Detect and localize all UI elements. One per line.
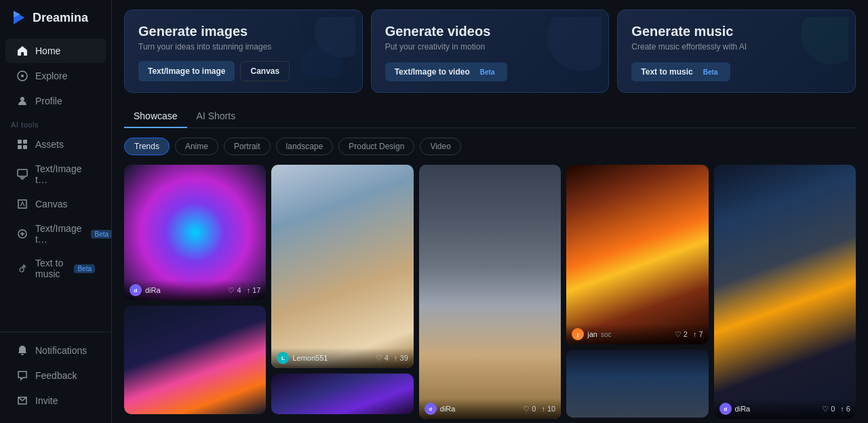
svg-rect-9 xyxy=(18,169,27,176)
filter-trends[interactable]: Trends xyxy=(124,138,170,155)
text-image-to-video-button[interactable]: Text/Image to video Beta xyxy=(385,62,508,81)
sidebar-item-notifications[interactable]: Notifications xyxy=(5,338,106,363)
gallery-col-4: j jan soc ♡ 2 ↑ 7 xyxy=(566,165,708,419)
gallery-likes-eye: ♡ 4 xyxy=(228,286,241,295)
app-name: Dreamina xyxy=(33,11,88,25)
hero-images-subtitle: Turn your ideas into stunning images xyxy=(138,42,349,52)
gallery-avatar-dira-3: d xyxy=(719,403,732,415)
gallery-item-mountain[interactable]: d diRa ♡ 0 ↑ 10 xyxy=(419,165,561,419)
svg-point-4 xyxy=(20,97,24,101)
gallery-user-dira-3: d diRa xyxy=(719,403,751,415)
sidebar-label-invite: Invite xyxy=(35,395,58,406)
sidebar-item-assets[interactable]: Assets xyxy=(5,132,106,157)
filter-anime[interactable]: Anime xyxy=(175,138,218,155)
sidebar-label-canvas: Canvas xyxy=(35,199,67,209)
text-image-to-video-label: Text/Image to video xyxy=(395,67,470,77)
sidebar-item-texttomusic[interactable]: Text to music Beta xyxy=(5,251,106,285)
gallery-stats-cat: ♡ 0 ↑ 6 xyxy=(822,405,850,414)
gallery-col-3: d diRa ♡ 0 ↑ 10 xyxy=(419,165,561,419)
gallery-likes-mountain: ♡ 0 xyxy=(523,405,536,414)
filter-product-design[interactable]: Product Design xyxy=(338,138,414,155)
sidebar-item-textimage-beta[interactable]: Text/Image t… Beta xyxy=(5,217,106,251)
sidebar-item-explore[interactable]: Explore xyxy=(5,64,106,88)
gallery-likes-halloween: ♡ 2 xyxy=(675,330,688,339)
sidebar-label-textimage: Text/Image t… xyxy=(35,163,95,185)
dreamina-logo-icon xyxy=(11,9,27,26)
text-to-music-button[interactable]: Text to music Beta xyxy=(631,62,730,81)
sidebar-item-home[interactable]: Home xyxy=(5,39,106,63)
logo[interactable]: Dreamina xyxy=(0,9,111,38)
textimage-icon xyxy=(16,168,28,180)
music-beta-badge: Beta xyxy=(700,68,722,77)
gallery-stats-mountain: ♡ 0 ↑ 10 xyxy=(523,405,555,414)
gallery-boosts-robot: ↑ 39 xyxy=(394,354,408,362)
gallery-boosts-cat: ↑ 6 xyxy=(840,405,850,413)
svg-point-3 xyxy=(21,75,24,77)
ai-tools-label: AI tools xyxy=(0,114,111,132)
filter-video[interactable]: Video xyxy=(420,138,460,155)
gallery-col-2: L Lemon551 ♡ 4 ↑ 39 xyxy=(271,165,413,419)
filter-portrait[interactable]: Portrait xyxy=(224,138,271,155)
music-icon xyxy=(16,262,28,275)
sidebar-item-profile[interactable]: Profile xyxy=(5,89,106,113)
canvas-button[interactable]: Canvas xyxy=(240,61,290,81)
filter-pills: Trends Anime Portrait landscape Product … xyxy=(124,138,856,155)
sidebar: Dreamina Home Explore Profile AI tools xyxy=(0,0,112,423)
gallery-item-halloween[interactable]: j jan soc ♡ 2 ↑ 7 xyxy=(566,165,708,344)
beta-badge-2: Beta xyxy=(74,264,95,273)
tab-showcase[interactable]: Showcase xyxy=(124,105,187,128)
gallery-item-eye[interactable]: d diRa ♡ 4 ↑ 17 xyxy=(124,165,266,300)
svg-rect-6 xyxy=(23,140,27,144)
text-image-to-image-button[interactable]: Text/Image to image xyxy=(138,61,235,81)
canvas-icon xyxy=(16,198,28,210)
sidebar-item-textimage[interactable]: Text/Image t… xyxy=(5,157,106,191)
sidebar-item-invite[interactable]: Invite xyxy=(5,388,106,413)
nav-bottom-section: Notifications Feedback Invite xyxy=(0,331,111,414)
hero-videos-actions: Text/Image to video Beta xyxy=(385,62,595,81)
gallery-footer-cat: d diRa ♡ 0 ↑ 6 xyxy=(714,399,856,419)
hero-images-title: Generate images xyxy=(138,24,349,39)
nav-main-section: Home Explore Profile AI tools Assets T xyxy=(0,38,111,331)
gallery-footer-halloween: j jan soc ♡ 2 ↑ 7 xyxy=(566,324,708,344)
beta-badge-1: Beta xyxy=(91,230,112,239)
text-to-music-label: Text to music xyxy=(641,67,692,77)
tab-ai-shorts[interactable]: AI Shorts xyxy=(187,105,245,128)
sidebar-label-home: Home xyxy=(35,45,60,56)
svg-rect-5 xyxy=(18,140,22,144)
filter-landscape[interactable]: landscape xyxy=(276,138,334,155)
sidebar-label-notifications: Notifications xyxy=(35,345,87,356)
gallery-likes-robot: ♡ 4 xyxy=(376,354,389,363)
bell-icon xyxy=(16,344,28,357)
sidebar-label-explore: Explore xyxy=(35,70,67,81)
gallery-item-monster[interactable] xyxy=(124,306,266,414)
gallery-col-1: d diRa ♡ 4 ↑ 17 xyxy=(124,165,266,419)
sidebar-label-assets: Assets xyxy=(35,139,64,150)
gallery-user-dira-2: d diRa xyxy=(425,403,456,415)
gallery-item-cityblue[interactable] xyxy=(566,350,708,418)
gallery-boosts-mountain: ↑ 10 xyxy=(541,405,555,413)
sidebar-label-texttomusic: Text to music xyxy=(35,258,64,279)
sidebar-label-profile: Profile xyxy=(35,96,62,106)
gallery-avatar-jan: j xyxy=(572,328,584,340)
hero-videos-title: Generate videos xyxy=(385,24,595,39)
feedback-icon xyxy=(16,369,28,382)
gallery-stats-eye: ♡ 4 ↑ 17 xyxy=(228,286,260,295)
gallery-col-5: d diRa ♡ 0 ↑ 6 xyxy=(714,165,856,419)
svg-rect-8 xyxy=(23,145,27,149)
home-icon xyxy=(16,45,28,57)
gallery-username-lemon: Lemon551 xyxy=(292,354,328,362)
hero-card-music: Generate music Create music effortlessly… xyxy=(617,9,856,93)
gallery-item-robot[interactable]: L Lemon551 ♡ 4 ↑ 39 xyxy=(271,165,413,368)
gallery-item-cat[interactable]: d diRa ♡ 0 ↑ 6 xyxy=(714,165,856,419)
hero-images-actions: Text/Image to image Canvas xyxy=(138,61,349,81)
hero-card-images: Generate images Turn your ideas into stu… xyxy=(124,9,363,93)
sidebar-item-feedback[interactable]: Feedback xyxy=(5,363,106,388)
gallery-footer-robot: L Lemon551 ♡ 4 ↑ 39 xyxy=(271,348,413,368)
content-tabs: Showcase AI Shorts xyxy=(124,105,856,128)
video-beta-badge: Beta xyxy=(477,68,498,77)
hero-videos-subtitle: Put your creativity in motion xyxy=(385,42,595,52)
gallery-username-dira-3: diRa xyxy=(735,405,751,413)
hero-card-videos: Generate videos Put your creativity in m… xyxy=(371,9,610,93)
sidebar-item-canvas[interactable]: Canvas xyxy=(5,192,106,216)
gallery-item-witches[interactable] xyxy=(271,374,413,414)
